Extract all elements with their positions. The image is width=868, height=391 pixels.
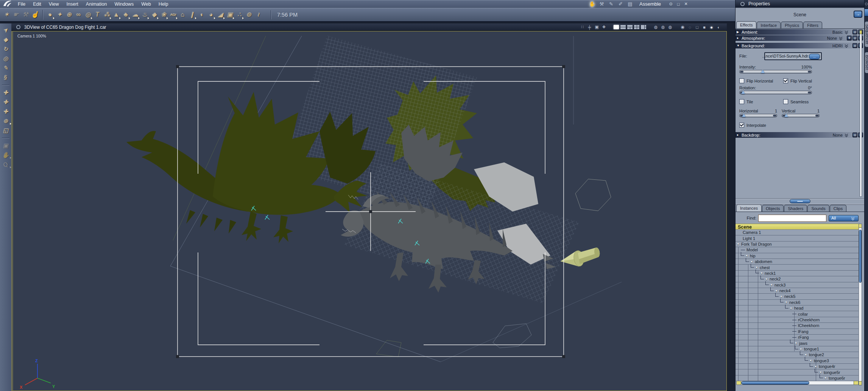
menu-web[interactable]: Web — [137, 2, 154, 7]
horizontal-slider[interactable] — [739, 114, 777, 117]
tree-icon[interactable]: ♣ — [121, 9, 131, 20]
tree-item[interactable]: rCheekhorn — [736, 317, 859, 323]
vertical-slider[interactable] — [782, 114, 820, 117]
flip-vertical-checkbox[interactable]: Flip Vertical — [783, 78, 827, 83]
chevron-down-icon[interactable] — [845, 30, 849, 34]
tree-item[interactable]: lCheekhorn — [736, 323, 859, 329]
scrollbar-thumb[interactable] — [741, 381, 809, 385]
save-preset-icon[interactable]: ▤ — [852, 36, 857, 41]
tab-effects[interactable]: Effects — [736, 21, 756, 28]
scene-tree-header[interactable]: Scene — [736, 224, 859, 230]
adjust-wrench-icon[interactable]: ⚒ — [21, 9, 30, 20]
rock-icon[interactable]: ◆ — [150, 9, 159, 20]
properties-title-bar[interactable]: Properties — [736, 0, 864, 8]
assemble-hand-icon[interactable]: ✋ — [587, 1, 597, 7]
bullet-icon[interactable]: ● — [737, 36, 742, 40]
metaball-icon[interactable]: ∞ — [74, 9, 83, 20]
tree-item[interactable]: ▼neck3 — [736, 282, 859, 288]
maximize-icon[interactable]: □ — [675, 2, 682, 6]
draft-wireframe-icon[interactable]: ◍ — [660, 25, 666, 30]
background-header[interactable]: ▼ Background: HDRI ▤ ▣ — [736, 43, 864, 48]
checkbox-checked-icon[interactable] — [739, 123, 744, 128]
tree-item[interactable]: ▼tongue6r — [736, 375, 859, 381]
backdrop-header[interactable]: ● Backdrop: None ▤ ▣ — [736, 132, 864, 138]
tree-item[interactable]: ▼tongue4r — [736, 364, 859, 369]
mitt-icon[interactable]: ◖ — [197, 9, 206, 20]
plant-icon[interactable]: ❀ — [159, 9, 168, 20]
paint-brush-icon[interactable]: ✐ — [616, 1, 625, 7]
menu-help[interactable]: Help — [155, 2, 172, 7]
layout-single-icon[interactable] — [614, 25, 619, 29]
tree-item[interactable]: Camera 1 — [736, 230, 859, 235]
ring-tool-icon[interactable]: ◎ — [0, 54, 11, 63]
model-wrench-icon[interactable]: ⚒ — [597, 1, 606, 7]
scrollbar-bottom-cap[interactable] — [859, 381, 862, 385]
tree-item[interactable]: collar — [736, 311, 859, 317]
tree-item[interactable]: ▼hip — [736, 253, 859, 259]
tree-item[interactable]: rFang — [736, 335, 859, 340]
save-preset-icon[interactable]: ▤ — [852, 30, 857, 34]
push-finger-icon[interactable]: ☝ — [30, 9, 40, 20]
eye-icon[interactable]: ⊙ — [667, 2, 675, 6]
fire-icon[interactable]: ♨ — [140, 9, 150, 20]
collapse-circle-icon[interactable] — [16, 25, 20, 29]
tile-checkbox[interactable]: Tile — [739, 99, 783, 104]
save-preset-icon[interactable]: ▤ — [852, 43, 857, 48]
tree-item[interactable]: ▼tongue2 — [736, 352, 859, 358]
capsule-icon[interactable]: ❙ — [187, 9, 197, 20]
tab-shaders[interactable]: Shaders — [784, 205, 807, 212]
tree-item[interactable]: ▼tongue1 — [736, 346, 859, 352]
reference-box-icon[interactable]: ❖ — [601, 25, 607, 30]
grass-icon[interactable]: AGr — [168, 9, 178, 20]
subdivision-icon[interactable]: ◌ — [687, 25, 693, 30]
tree-item[interactable]: ▼tongue5r — [736, 369, 859, 375]
menu-view[interactable]: View — [45, 2, 63, 7]
spline-edit-icon[interactable]: ✶ — [2, 9, 11, 20]
tree-vertical-scrollbar[interactable] — [859, 224, 862, 385]
spline-object-icon[interactable]: ⊕ — [64, 9, 74, 20]
smooth-sphere-icon[interactable]: ● — [709, 25, 714, 30]
checkbox-icon[interactable] — [739, 99, 744, 104]
tree-item[interactable]: ▼head — [736, 305, 859, 311]
move-screen-icon[interactable]: ✚ — [0, 107, 11, 116]
tree-item[interactable]: ▼tongue3 — [736, 358, 859, 364]
scrollbar-thumb[interactable] — [859, 230, 862, 283]
tree-item[interactable]: ▼neck2 — [736, 276, 859, 282]
target-icon[interactable]: ⊚ — [244, 9, 254, 20]
movie-camera-icon[interactable]: ▣ — [225, 9, 235, 20]
tree-item[interactable]: ▼chest — [736, 265, 859, 270]
rotate-tool-icon[interactable]: ↻ — [0, 44, 11, 54]
terrain-icon[interactable]: ▲ — [112, 9, 121, 20]
pan-hand-icon[interactable]: ☛ — [11, 9, 21, 20]
text-object-icon[interactable]: T — [93, 9, 102, 20]
scale-tool-icon[interactable]: ◆ — [0, 35, 11, 44]
tree-item[interactable]: Model — [736, 247, 859, 253]
checkbox-checked-icon[interactable] — [783, 78, 788, 83]
menu-file[interactable]: File — [14, 2, 29, 7]
browse-button[interactable]: ... — [809, 54, 820, 59]
edit-shader-icon[interactable]: ❖ — [847, 36, 852, 41]
expander-icon[interactable]: ▶ — [737, 30, 742, 34]
viewport-3d[interactable]: Camera 1 100% — [11, 31, 727, 391]
tree-item[interactable]: ▼neck5 — [736, 294, 859, 299]
expander-icon[interactable]: ▼ — [737, 44, 742, 47]
scrollbar-top-cap[interactable] — [859, 224, 862, 228]
move-3d-icon[interactable]: ✚ — [0, 97, 11, 107]
collapse-circle-icon[interactable] — [865, 3, 868, 5]
checkbox-icon[interactable] — [783, 99, 788, 104]
scrollbar-right-cap[interactable] — [854, 381, 858, 385]
tab-sequencer[interactable]: Sequencer — [865, 21, 868, 47]
splitter-handle[interactable] — [790, 199, 810, 203]
save-preset-icon[interactable]: ▤ — [852, 132, 857, 137]
menu-edit[interactable]: Edit — [29, 2, 45, 7]
chevron-down-icon[interactable] — [839, 36, 843, 40]
file-field[interactable]: ...nce\DTSol-SunnyA.hdr ... — [764, 52, 822, 60]
tab-objects[interactable]: Objects — [762, 205, 784, 212]
tab-clips[interactable]: Clips — [830, 205, 846, 212]
particles-icon[interactable]: ⁂ — [102, 9, 112, 20]
properties-scrollbar[interactable] — [860, 30, 862, 197]
menu-animation[interactable]: Animation — [82, 2, 111, 7]
formula-icon[interactable]: ◎ — [83, 9, 93, 20]
tree-item[interactable]: ▼neck6 — [736, 300, 859, 305]
hand-pan-icon[interactable]: ✋ — [0, 150, 11, 160]
